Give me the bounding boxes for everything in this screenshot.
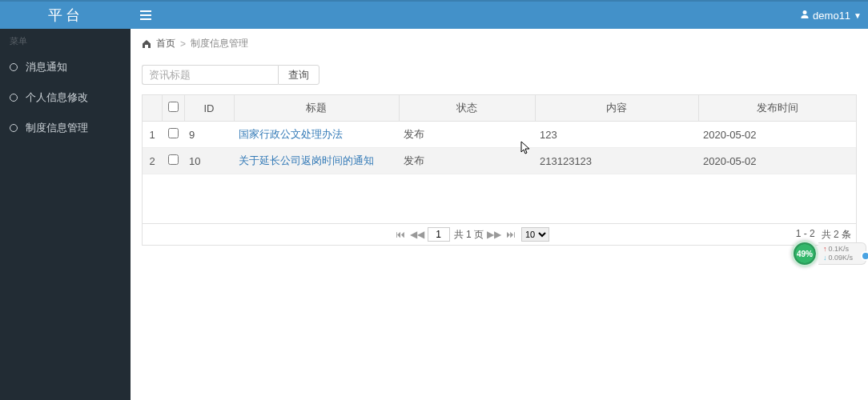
sidebar-item-notifications[interactable]: 消息通知	[0, 52, 131, 82]
network-widget[interactable]: 49% 0.1K/s 0.09K/s	[791, 240, 866, 267]
pager-total-pages: 共 1 页	[454, 228, 484, 242]
sidebar-item-label: 个人信息修改	[26, 90, 88, 105]
pager-prev-icon[interactable]: ◀◀	[411, 228, 424, 241]
cell-publish-time: 2020-05-02	[698, 148, 856, 174]
pager: ⏮ ◀◀ 共 1 页 ▶▶ ⏭ 10 1 - 2 共 2 条	[143, 224, 856, 245]
table-row[interactable]: 2 10 关于延长公司返岗时间的通知 发布 213123123 2020-05-…	[143, 148, 856, 174]
net-percent-badge: 49%	[791, 240, 818, 267]
sidebar-item-label: 消息通知	[26, 60, 67, 74]
breadcrumb-home[interactable]: 首页	[156, 37, 175, 50]
circle-icon	[10, 124, 18, 132]
breadcrumb-sep: >	[180, 38, 186, 50]
pager-first-icon[interactable]: ⏮	[394, 228, 407, 241]
col-check-header	[162, 95, 184, 122]
col-publish-time[interactable]: 发布时间	[698, 95, 856, 122]
sidebar-item-policies[interactable]: 制度信息管理	[0, 113, 131, 143]
circle-icon	[10, 94, 18, 102]
pager-next-icon[interactable]: ▶▶	[488, 228, 500, 241]
cell-rownum: 2	[143, 148, 162, 174]
net-stats: 0.1K/s 0.09K/s	[818, 242, 866, 265]
user-menu[interactable]: demo11 ▼	[800, 10, 868, 22]
cell-content: 123	[535, 122, 698, 148]
pager-total: 共 2 条	[822, 228, 851, 242]
col-id[interactable]: ID	[184, 95, 234, 122]
user-icon	[800, 10, 810, 22]
net-bubble-icon	[861, 251, 868, 261]
menu-title: 菜单	[0, 29, 131, 52]
title-link[interactable]: 关于延长公司返岗时间的通知	[239, 154, 374, 166]
cell-id: 10	[184, 148, 234, 174]
page-size-select[interactable]: 10	[521, 227, 549, 242]
search-input[interactable]	[142, 65, 278, 85]
cell-publish-time: 2020-05-02	[698, 122, 856, 148]
col-content[interactable]: 内容	[535, 95, 698, 122]
net-download: 0.09K/s	[823, 254, 853, 262]
row-checkbox[interactable]	[168, 128, 179, 138]
data-grid: ID 标题 状态 内容 发布时间 1 9 国家行政公文处理办法	[142, 94, 857, 246]
sidebar: 菜单 消息通知 个人信息修改 制度信息管理	[0, 29, 131, 400]
caret-down-icon: ▼	[854, 11, 862, 20]
row-checkbox[interactable]	[168, 154, 179, 165]
title-link[interactable]: 国家行政公文处理办法	[239, 128, 343, 140]
cell-id: 9	[184, 122, 234, 148]
home-icon[interactable]	[142, 39, 151, 49]
pager-last-icon[interactable]: ⏭	[504, 228, 517, 241]
col-rownum	[143, 95, 162, 122]
username: demo11	[813, 10, 850, 22]
page-input[interactable]	[428, 227, 450, 242]
sidebar-item-profile[interactable]: 个人信息修改	[0, 82, 131, 113]
brand-title: 平台	[0, 6, 131, 25]
sidebar-item-label: 制度信息管理	[26, 121, 88, 135]
cell-status: 发布	[399, 122, 535, 148]
select-all-checkbox[interactable]	[168, 102, 179, 112]
grid-spacer	[143, 174, 856, 224]
breadcrumb: 首页 > 制度信息管理	[131, 29, 868, 58]
search-button[interactable]: 查询	[278, 65, 319, 85]
cell-status: 发布	[399, 148, 535, 174]
pager-range: 1 - 2	[796, 228, 815, 242]
menu-toggle-icon[interactable]	[131, 10, 155, 20]
net-upload: 0.1K/s	[823, 245, 853, 254]
table-row[interactable]: 1 9 国家行政公文处理办法 发布 123 2020-05-02	[143, 122, 856, 148]
col-status[interactable]: 状态	[399, 95, 535, 122]
cell-rownum: 1	[143, 122, 162, 148]
col-title[interactable]: 标题	[234, 95, 399, 122]
cell-content: 213123123	[535, 148, 698, 174]
circle-icon	[10, 63, 18, 71]
breadcrumb-current: 制度信息管理	[191, 37, 248, 50]
